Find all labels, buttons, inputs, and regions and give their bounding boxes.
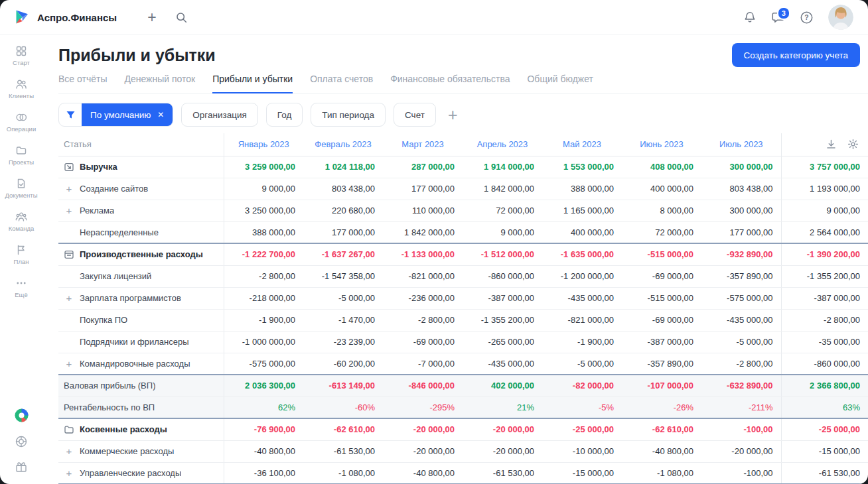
table-row[interactable]: +Коммерческие расходы-40 800,00-61 530,0… — [58, 440, 868, 462]
revenue-group-icon[interactable] — [64, 162, 74, 172]
expand-plus-icon[interactable]: + — [64, 184, 74, 194]
settings-gear-icon[interactable] — [847, 139, 859, 150]
value-cell: -821 000,00 — [542, 309, 622, 331]
clear-filter-icon[interactable]: ✕ — [157, 110, 164, 119]
value-cell: -632 890,00 — [701, 375, 781, 396]
value-cell: -1 080,00 — [622, 462, 701, 484]
brand-name: Аспро.Финансы — [37, 12, 117, 23]
gift-icon[interactable] — [15, 460, 28, 473]
table-row[interactable]: Покупка ПО-1 900,00-1 470,00-2 800,00-1 … — [58, 309, 868, 331]
table-row[interactable]: +Управленческие расходы-36 100,00-1 080,… — [58, 462, 868, 484]
value-cell: -2 800,00 — [781, 309, 868, 331]
avatar[interactable] — [828, 5, 853, 30]
table-row[interactable]: +Создание сайтов9 000,00803 438,00177 00… — [58, 178, 868, 200]
table-row[interactable]: +Зарплата программистов-218 000,00-5 000… — [58, 287, 868, 309]
table-row[interactable]: Рентабельность по ВП62%-60%-295%21%-5%-2… — [58, 396, 868, 418]
value-cell: -1 355 200,00 — [463, 309, 542, 331]
value-cell: -1 512 000,00 — [463, 243, 542, 265]
column-header-month: Февраль 2023 — [303, 133, 383, 156]
value-cell: 803 438,00 — [701, 178, 781, 200]
value-cell: -357 890,00 — [622, 353, 701, 375]
filter-funnel-icon[interactable] — [59, 103, 82, 126]
filter-chip-year[interactable]: Год — [266, 103, 303, 127]
row-label: Командировочные расходы — [80, 359, 190, 369]
value-cell: -82 000,00 — [542, 375, 622, 396]
tab-cash-flow[interactable]: Денежный поток — [124, 74, 195, 93]
value-cell: 177 000,00 — [383, 178, 463, 200]
tab-all-reports[interactable]: Все отчёты — [58, 74, 107, 93]
value-cell: -1 222 700,00 — [224, 243, 303, 265]
sidebar-item-team[interactable]: Команда — [0, 210, 42, 232]
tab-profit-loss[interactable]: Прибыли и убытки — [212, 74, 293, 93]
production-expenses-icon[interactable] — [64, 249, 74, 260]
table-row[interactable]: Нераспределенные388 000,00177 000,001 84… — [58, 221, 868, 243]
table-row[interactable]: +Командировочные расходы-575 000,00-60 2… — [58, 353, 868, 375]
sidebar-item-start[interactable]: Старт — [0, 44, 42, 66]
search-icon[interactable] — [175, 11, 188, 24]
row-label: Рентабельность по ВП — [64, 402, 155, 412]
add-filter-icon[interactable]: + — [448, 107, 458, 123]
table-row[interactable]: Подрядчики и фрилансеры-1 000 000,00-23 … — [58, 331, 868, 353]
sidebar-item-plan[interactable]: План — [0, 243, 42, 265]
filter-chip-period-type[interactable]: Тип периода — [311, 103, 386, 127]
value-cell: -5 000,00 — [701, 331, 781, 353]
tab-bills[interactable]: Оплата счетов — [310, 74, 373, 93]
create-category-button[interactable]: Создать категорию учета — [732, 43, 860, 67]
value-cell: -575 000,00 — [224, 353, 303, 375]
app-logo-icon[interactable] — [13, 9, 31, 26]
value-cell: -295% — [383, 396, 463, 418]
expand-plus-icon[interactable]: + — [64, 359, 74, 369]
tab-liabilities[interactable]: Финансовые обязательства — [390, 74, 510, 93]
value-cell: -10 000,00 — [542, 440, 622, 462]
value-cell: 2 366 800,00 — [781, 375, 868, 396]
table-row[interactable]: Закупка лицензий-2 800,00-1 547 358,00-8… — [58, 265, 868, 287]
value-cell: -100,00 — [701, 418, 781, 440]
quick-create-icon[interactable]: + — [147, 10, 156, 25]
table-row[interactable]: Валовая прибыль (ВП)2 036 300,00-613 149… — [58, 375, 868, 396]
value-cell: -265 000,00 — [463, 331, 542, 353]
chat-icon[interactable]: 3 — [771, 11, 785, 25]
value-cell: -5 000,00 — [303, 287, 383, 309]
filter-chip-organization[interactable]: Организация — [181, 103, 257, 127]
sidebar-item-operations[interactable]: Операции — [0, 111, 42, 133]
table-row[interactable]: Косвенные расходы-76 900,00-62 610,00-20… — [58, 418, 868, 440]
indirect-expenses-icon[interactable] — [64, 424, 74, 435]
table-row[interactable]: Выручка3 259 000,001 024 118,00287 000,0… — [58, 156, 868, 178]
expand-plus-icon[interactable]: + — [64, 206, 74, 215]
sidebar-item-clients[interactable]: Клиенты — [0, 78, 42, 99]
expand-plus-icon[interactable]: + — [64, 446, 74, 456]
value-cell: -62 610,00 — [303, 418, 383, 440]
row-label: Подрядчики и фрилансеры — [80, 337, 189, 347]
value-cell: -435 000,00 — [463, 353, 542, 375]
value-cell: -821 000,00 — [383, 265, 463, 287]
bell-icon[interactable] — [743, 11, 757, 24]
value-cell: -236 000,00 — [383, 287, 463, 309]
value-cell: 62% — [224, 396, 303, 418]
value-cell: -5% — [542, 396, 622, 418]
team-icon — [15, 210, 27, 223]
download-icon[interactable] — [826, 139, 837, 150]
table-row[interactable]: +Реклама3 250 000,00220 680,00110 000,00… — [58, 200, 868, 221]
expand-plus-icon[interactable]: + — [64, 468, 74, 478]
aspro-apps-icon[interactable] — [14, 408, 29, 423]
value-cell: -107 000,00 — [622, 375, 701, 396]
sidebar-item-more[interactable]: Ещё — [0, 276, 42, 298]
expand-plus-icon[interactable]: + — [64, 293, 74, 303]
filter-chip-account[interactable]: Счет — [394, 103, 436, 127]
filter-preset[interactable]: По умолчанию ✕ — [58, 103, 173, 127]
value-cell: 220 680,00 — [303, 200, 383, 221]
value-cell: -357 890,00 — [701, 265, 781, 287]
row-label-cell: Подрядчики и фрилансеры — [58, 331, 224, 353]
sidebar-item-projects[interactable]: Проекты — [0, 144, 42, 166]
value-cell: 1 914 000,00 — [463, 156, 542, 178]
table-row[interactable]: Производственные расходы-1 222 700,00-1 … — [58, 243, 868, 265]
value-cell: 177 000,00 — [701, 221, 781, 243]
support-icon[interactable] — [15, 435, 28, 448]
sidebar-item-label: План — [14, 258, 29, 265]
value-cell: -25 000,00 — [542, 418, 622, 440]
value-cell: -515 000,00 — [622, 287, 701, 309]
value-cell: -20 000,00 — [383, 418, 463, 440]
help-icon[interactable]: ? — [800, 11, 814, 25]
sidebar-item-documents[interactable]: Документы — [0, 177, 42, 199]
tab-budget[interactable]: Общий бюджет — [527, 74, 593, 93]
